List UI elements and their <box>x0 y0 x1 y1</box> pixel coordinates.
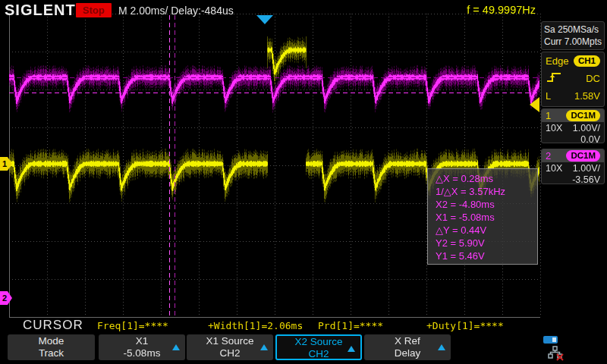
menu-button-x-ref[interactable]: X Ref Delay <box>364 334 451 360</box>
menu-title: CURSOR <box>23 318 83 333</box>
measurement-period: Prd[1]=**** <box>318 320 383 331</box>
up-arrow-icon <box>172 344 180 350</box>
frequency-counter: f = 49.9997Hz <box>451 4 536 16</box>
measurement-pwidth: +Width[1]=2.06ms <box>208 320 303 331</box>
channel1-number: 1 <box>546 110 551 121</box>
lan-disconnected-icon <box>548 346 565 364</box>
menu-button-x2-source[interactable]: X2 Source CH2 <box>275 334 362 360</box>
cursor-y2: Y2 = 5.90V <box>436 237 537 249</box>
measurement-duty: +Duty[1]=**** <box>426 320 504 331</box>
cursor-x1: X1 = -5.08ms <box>436 211 537 224</box>
memory-depth: Curr 7.00Mpts <box>542 36 604 48</box>
acquisition-info-box[interactable]: Sa 250MSa/s Curr 7.00Mpts <box>541 21 605 50</box>
cursor-y1: Y1 = 5.46V <box>436 249 537 262</box>
up-arrow-icon <box>438 344 445 350</box>
channel2-offset: -3.56V <box>572 174 600 185</box>
channel2-number: 2 <box>546 150 551 162</box>
channel2-info-box[interactable]: 2 DC1M 10X 1.00V/ -3.56V <box>541 149 605 184</box>
channel2-coupling-badge: DC1M <box>566 150 600 162</box>
trigger-source-badge: CH1 <box>574 55 600 67</box>
channel1-scale: 1.00V/ <box>573 123 600 133</box>
cursor-x2: X2 = -4.80ms <box>436 198 537 211</box>
channel2-scale: 1.00V/ <box>573 163 600 174</box>
trigger-type: Edge <box>546 55 568 67</box>
menu-button-x1-source[interactable]: X1 Source CH2 <box>187 334 273 360</box>
up-arrow-icon <box>260 344 268 350</box>
cursor-delta-x: △X = 0.28ms <box>436 172 537 185</box>
menu-button-mode-value: Track <box>8 347 95 359</box>
trigger-level-label: L <box>546 90 551 102</box>
oscilloscope-screen: SIGLENT Stop M 2.00ms/ Delay:-484us f = … <box>0 0 607 364</box>
run-state-badge[interactable]: Stop <box>76 3 112 17</box>
trigger-info-box[interactable]: Edge CH1 DC L 1.58V <box>541 52 605 107</box>
trigger-level-value: 1.58V <box>574 90 600 102</box>
brand-logo: SIGLENT <box>5 2 76 19</box>
channel1-info-box[interactable]: 1 DC1M 10X 1.00V/ 0.0V <box>541 108 605 143</box>
up-arrow-icon <box>348 346 355 352</box>
channel2-probe: 10X <box>546 163 562 174</box>
cursor-inv-delta-x: 1/△X = 3.57kHz <box>436 185 537 198</box>
timebase-delay-readout: M 2.00ms/ Delay:-484us <box>118 5 234 17</box>
cursor-readout-box: △X = 0.28ms 1/△X = 3.57kHz X2 = -4.80ms … <box>427 168 538 265</box>
cursor-delta-y: △Y = 0.44V <box>436 224 537 237</box>
menu-button-mode[interactable]: Mode Track <box>8 334 95 360</box>
channel1-probe: 10X <box>546 123 562 133</box>
menu-button-x1[interactable]: X1 -5.08ms <box>99 334 185 360</box>
rising-edge-icon <box>546 71 562 86</box>
trigger-coupling: DC <box>586 73 600 84</box>
menu-button-mode-label: Mode <box>8 335 95 347</box>
usb-icon <box>543 336 558 344</box>
sample-rate: Sa 250MSa/s <box>542 24 604 36</box>
channel1-offset: 0.0V <box>580 134 600 145</box>
channel1-coupling-badge: DC1M <box>566 110 600 121</box>
measurement-freq: Freq[1]=**** <box>97 320 168 331</box>
